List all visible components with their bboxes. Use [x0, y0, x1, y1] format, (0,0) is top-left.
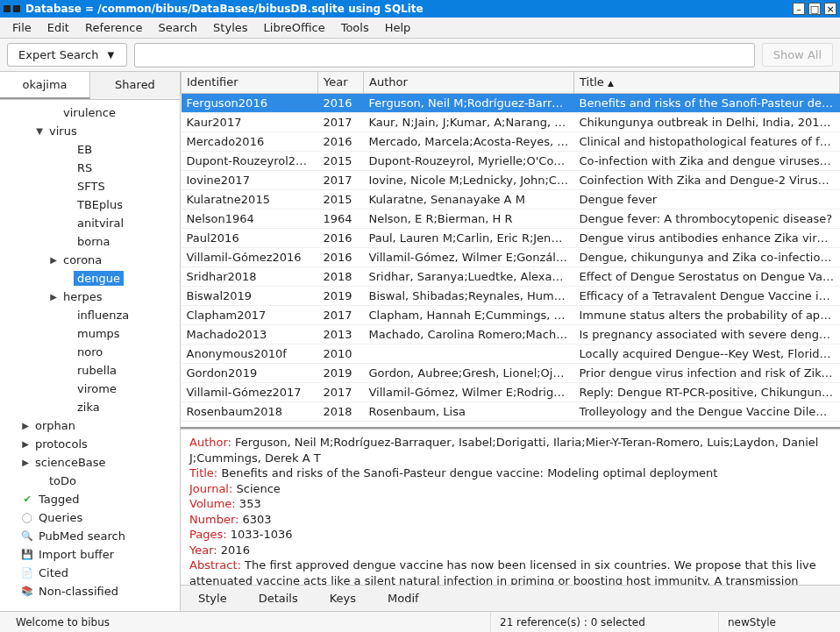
disclosure-icon[interactable]: ▶ — [19, 421, 32, 430]
tree-item-sfts[interactable]: SFTS — [0, 177, 180, 195]
tree-label: virulence — [60, 105, 119, 120]
tree-item-protocols[interactable]: ▶protocols — [0, 435, 180, 453]
menu-help[interactable]: Help — [378, 18, 418, 37]
tree-item-virus[interactable]: ▼virus — [0, 122, 180, 140]
tree-item-influenza[interactable]: influenza — [0, 306, 180, 324]
menu-styles[interactable]: Styles — [206, 18, 254, 37]
detail-tab-modif[interactable]: Modif — [388, 592, 419, 605]
table-row[interactable]: Clapham20172017Clapham, Hannah E;Cumming… — [182, 305, 840, 324]
close-button[interactable]: × — [824, 3, 836, 15]
detail-tab-details[interactable]: Details — [259, 592, 298, 605]
sidebar-util-queries[interactable]: ◯Queries — [0, 508, 180, 527]
tree-item-orphan[interactable]: ▶orphan — [0, 416, 180, 435]
table-row[interactable]: Rosenbaum20182018Rosenbaum, LisaTrolleyo… — [182, 401, 840, 421]
table-row[interactable]: Ferguson20162016Ferguson, Neil M;Rodrígu… — [182, 93, 840, 112]
disclosure-icon[interactable]: ▼ — [33, 126, 46, 136]
tree-item-virome[interactable]: virome — [0, 380, 180, 398]
column-year[interactable]: Year — [318, 72, 364, 93]
tree-item-todo[interactable]: toDo — [0, 472, 180, 490]
menu-libreoffice[interactable]: LibreOffice — [257, 18, 332, 37]
reference-table: IdentifierYearAuthorTitle▲ Ferguson20162… — [181, 72, 840, 422]
table-row[interactable]: Dupont-Rouzeyrol20152015Dupont-Rouzeyrol… — [182, 151, 840, 170]
tree-item-rubella[interactable]: rubella — [0, 361, 180, 380]
tree-label: influenza — [74, 308, 132, 323]
cell-author: Villamil-Gómez, Wilmer E;González-C... — [364, 247, 574, 266]
cell-author: Ferguson, Neil M;Rodríguez-Barraqu... — [364, 93, 574, 112]
disclosure-icon[interactable]: ▶ — [47, 255, 60, 265]
cell-year: 2017 — [318, 382, 364, 401]
table-row[interactable]: Villamil-Gómez20162016Villamil-Gómez, Wi… — [182, 247, 840, 266]
disclosure-icon[interactable]: ▶ — [19, 458, 32, 467]
tree-item-corona[interactable]: ▶corona — [0, 251, 180, 269]
search-input[interactable] — [134, 43, 755, 67]
detail-title-key: Title: — [189, 466, 217, 479]
cell-title: Dengue fever — [574, 189, 840, 209]
util-label: Non-classified — [39, 585, 118, 598]
tree-item-zika[interactable]: zika — [0, 398, 180, 416]
table-row[interactable]: Anonymous2010f2010Locally acquired Dengu… — [182, 344, 840, 363]
tree-label: SFTS — [74, 179, 109, 194]
cell-year: 2016 — [318, 93, 364, 112]
table-row[interactable]: Nelson19641964Nelson, E R;Bierman, H RDe… — [182, 209, 840, 228]
tree-item-tbeplus[interactable]: TBEplus — [0, 195, 180, 214]
table-row[interactable]: Biswal20192019Biswal, Shibadas;Reynales,… — [182, 286, 840, 305]
sidebar-util-pubmed-search[interactable]: 🔍PubMed search — [0, 527, 180, 545]
cell-year: 2018 — [318, 401, 364, 421]
tree-item-virulence[interactable]: virulence — [0, 103, 180, 122]
expert-search-button[interactable]: Expert Search ▼ — [7, 43, 127, 67]
column-title[interactable]: Title▲ — [574, 72, 840, 93]
cell-author: Mercado, Marcela;Acosta-Reyes, Jorg... — [364, 131, 574, 151]
menu-reference[interactable]: Reference — [78, 18, 149, 37]
tree-item-eb[interactable]: EB — [0, 140, 180, 159]
table-row[interactable]: Paul20162016Paul, Lauren M;Carlin, Eric … — [182, 228, 840, 247]
disclosure-icon[interactable]: ▶ — [19, 439, 32, 449]
maximize-button[interactable]: □ — [808, 3, 821, 15]
tree-item-herpes[interactable]: ▶herpes — [0, 288, 180, 306]
sidebar: okajimaShared virulence▼virusEBRSSFTSTBE… — [0, 72, 181, 611]
tree-item-rs[interactable]: RS — [0, 159, 180, 177]
detail-tab-style[interactable]: Style — [198, 592, 227, 605]
tree-item-anitviral[interactable]: anitviral — [0, 214, 180, 232]
minimize-button[interactable]: – — [793, 3, 805, 15]
table-row[interactable]: Villamil-Gómez20172017Villamil-Gómez, Wi… — [182, 382, 840, 401]
disclosure-icon[interactable]: ▶ — [47, 292, 60, 302]
tree-item-noro[interactable]: noro — [0, 343, 180, 361]
table-row[interactable]: Sridhar20182018Sridhar, Saranya;Luedtke,… — [182, 266, 840, 286]
util-label: Import buffer — [39, 548, 114, 561]
table-row[interactable]: Mercado20162016Mercado, Marcela;Acosta-R… — [182, 131, 840, 151]
menu-file[interactable]: File — [5, 18, 39, 37]
tree-item-mumps[interactable]: mumps — [0, 324, 180, 343]
table-row[interactable]: Kularatne20152015Kularatne, Senanayake A… — [182, 189, 840, 209]
sidebar-tab-shared[interactable]: Shared — [90, 72, 180, 99]
cell-id: Kaur2017 — [182, 112, 318, 131]
sidebar-util-tagged[interactable]: ✔Tagged — [0, 490, 180, 508]
detail-tabs: StyleDetailsKeysModif — [181, 585, 840, 611]
import-buffer-icon: 💾 — [21, 549, 33, 561]
menu-edit[interactable]: Edit — [40, 18, 76, 37]
tree-label: RS — [74, 160, 96, 175]
sidebar-tab-okajima[interactable]: okajima — [0, 72, 90, 99]
column-author[interactable]: Author — [364, 72, 574, 93]
menu-tools[interactable]: Tools — [334, 18, 376, 37]
tree-item-dengue[interactable]: dengue — [0, 269, 180, 288]
table-row[interactable]: Iovine20172017Iovine, Nicole M;Lednicky,… — [182, 170, 840, 189]
tree-item-borna[interactable]: borna — [0, 232, 180, 251]
menu-search[interactable]: Search — [151, 18, 204, 37]
tree-label: EB — [74, 142, 96, 157]
tree-label: TBEplus — [74, 197, 126, 212]
table-row[interactable]: Gordon20192019Gordon, Aubree;Gresh, Lion… — [182, 363, 840, 382]
cell-year: 2019 — [318, 286, 364, 305]
table-row[interactable]: Machado20132013Machado, Carolina Romero;… — [182, 324, 840, 344]
cited-icon: 📄 — [21, 567, 33, 579]
detail-tab-keys[interactable]: Keys — [330, 592, 356, 605]
tree-label: dengue — [74, 271, 124, 286]
sidebar-util-non-classified[interactable]: 📚Non-classified — [0, 582, 180, 600]
table-row[interactable]: Kaur20172017Kaur, N;Jain, J;Kumar, A;Nar… — [182, 112, 840, 131]
show-all-button[interactable]: Show All — [762, 43, 833, 67]
sidebar-util-import-buffer[interactable]: 💾Import buffer — [0, 545, 180, 564]
column-identifier[interactable]: Identifier — [182, 72, 318, 93]
cell-title: Trolleyology and the Dengue Vaccine Dile… — [574, 401, 840, 421]
tree-item-sciencebase[interactable]: ▶scienceBase — [0, 453, 180, 472]
cell-author: Machado, Carolina Romero;Machado... — [364, 324, 574, 344]
sidebar-util-cited[interactable]: 📄Cited — [0, 564, 180, 582]
